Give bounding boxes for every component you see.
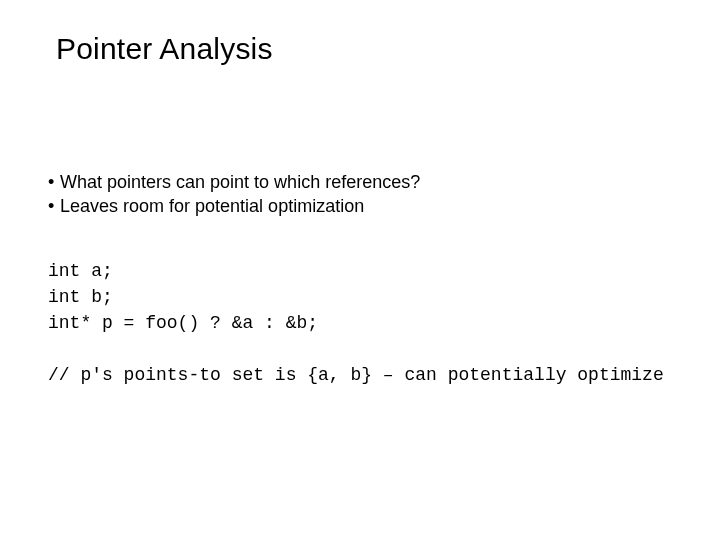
code-line: int b; (48, 287, 113, 307)
bullet-dot-icon: • (48, 194, 60, 218)
bullet-text: What pointers can point to which referen… (60, 170, 420, 194)
bullet-dot-icon: • (48, 170, 60, 194)
code-line: int a; (48, 261, 113, 281)
slide-title: Pointer Analysis (56, 32, 273, 66)
bullet-item: • Leaves room for potential optimization (48, 194, 420, 218)
bullet-item: • What pointers can point to which refer… (48, 170, 420, 194)
slide: Pointer Analysis • What pointers can poi… (0, 0, 720, 540)
bullet-text: Leaves room for potential optimization (60, 194, 364, 218)
bullet-list: • What pointers can point to which refer… (48, 170, 420, 219)
code-comment: // p's points-to set is {a, b} – can pot… (48, 362, 664, 388)
code-block: int a; int b; int* p = foo() ? &a : &b; (48, 258, 318, 336)
code-line: int* p = foo() ? &a : &b; (48, 313, 318, 333)
